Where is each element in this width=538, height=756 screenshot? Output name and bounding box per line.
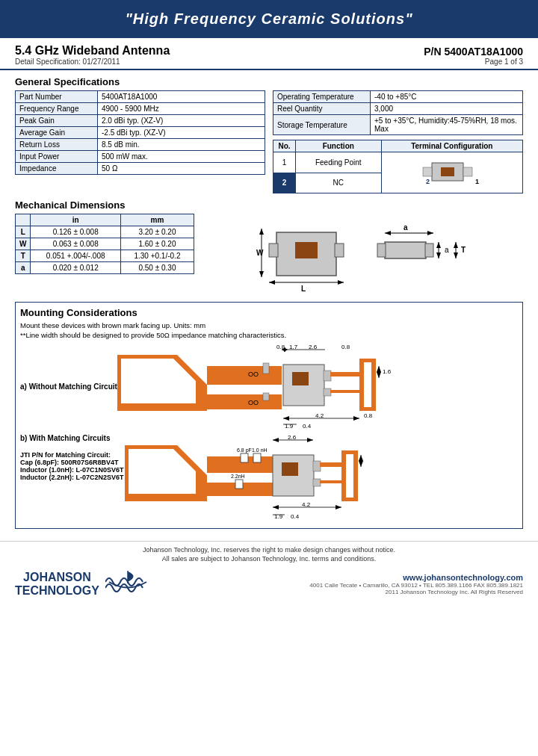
- general-specs-section: General Specifications Part Number5400AT…: [15, 76, 523, 193]
- left-specs-table: Part Number5400AT18A1000 Frequency Range…: [15, 90, 265, 175]
- svg-marker-60: [377, 372, 381, 378]
- svg-rect-76: [253, 453, 261, 462]
- svg-rect-36: [207, 394, 282, 409]
- viking-logo-svg: [105, 567, 150, 597]
- diagram-a-svg: OO OO: [117, 344, 416, 430]
- main-content: General Specifications Part Number5400AT…: [0, 70, 538, 541]
- matching-part-2: Inductor (1.0nH): L-07C1N0SV6T: [20, 466, 125, 474]
- footer-logo-area: JOHANSON TECHNOLOGY: [15, 564, 523, 604]
- diagram-b-left: b) With Matching Circuits JTI P/N for Ma…: [20, 434, 125, 481]
- general-specs-header: General Specifications: [15, 76, 523, 87]
- mech-dims-header: Mechanical Dimensions: [15, 199, 523, 211]
- table-row: Operating Temperature-40 to +85°C: [273, 91, 523, 103]
- svg-text:0.4: 0.4: [303, 423, 312, 430]
- svg-text:2.6: 2.6: [309, 344, 318, 350]
- svg-rect-37: [263, 363, 269, 374]
- svg-rect-13: [335, 244, 344, 257]
- table-row: Input Power500 mW max.: [16, 151, 265, 163]
- svg-marker-15: [269, 280, 275, 285]
- svg-text:1: 1: [475, 178, 479, 185]
- logo-waves-icon: [105, 567, 150, 601]
- svg-marker-16: [338, 280, 344, 285]
- table-row: Part Number5400AT18A1000: [16, 91, 265, 103]
- svg-text:a: a: [404, 223, 408, 232]
- svg-marker-98: [336, 505, 341, 509]
- svg-marker-7: [259, 229, 264, 235]
- detail-spec: Detail Specification: 01/27/2011: [15, 58, 170, 66]
- diagram-b-row: b) With Matching Circuits JTI P/N for Ma…: [20, 434, 518, 524]
- svg-text:W: W: [256, 249, 264, 257]
- page-info: Page 1 of 3: [424, 58, 523, 66]
- footer-line1: Johanson Technology, Inc. reserves the r…: [15, 546, 523, 554]
- mechanical-dims-section: Mechanical Dimensions in mm L0.126 ± 0.: [15, 199, 523, 296]
- title-section: 5.4 GHz Wideband Antenna Detail Specific…: [0, 38, 538, 70]
- svg-text:0.8: 0.8: [276, 344, 285, 350]
- svg-rect-11: [295, 242, 318, 258]
- svg-text:T: T: [461, 246, 466, 254]
- svg-text:4.2: 4.2: [315, 412, 324, 419]
- svg-text:1.7: 1.7: [289, 344, 298, 350]
- svg-marker-22: [436, 242, 441, 248]
- dimensions-table: in mm L0.126 ± 0.0083.20 ± 0.20 W0.063 ±…: [15, 214, 194, 274]
- svg-text:2: 2: [426, 178, 430, 185]
- logo-text-block: JOHANSON TECHNOLOGY: [15, 571, 99, 597]
- svg-rect-2: [423, 167, 432, 176]
- svg-marker-32: [427, 231, 433, 235]
- matching-part-1: Cap (6.8pF): 500R07S6R8BV4T: [20, 459, 125, 466]
- svg-text:OO: OO: [248, 371, 259, 378]
- svg-text:L: L: [301, 285, 306, 293]
- mounting-section: Mounting Considerations Mount these devi…: [15, 302, 523, 529]
- svg-marker-89: [273, 438, 279, 442]
- right-specs-table: Operating Temperature-40 to +85°C Reel Q…: [273, 90, 523, 135]
- svg-rect-83: [313, 479, 321, 486]
- terminal-diagram-svg: 2 1: [418, 155, 486, 188]
- svg-marker-63: [283, 416, 289, 421]
- svg-marker-23: [436, 252, 441, 258]
- svg-text:4.2: 4.2: [302, 501, 311, 508]
- product-title: 5.4 GHz Wideband Antenna: [15, 44, 170, 58]
- svg-text:6.8 pF: 6.8 pF: [237, 447, 252, 453]
- mounting-note1: Mount these devices with brown mark faci…: [20, 321, 518, 329]
- svg-rect-44: [324, 388, 331, 396]
- terminal-table: No. Function Terminal Configuration 1 Fe…: [273, 140, 523, 193]
- svg-text:a: a: [445, 246, 449, 254]
- table-row: Reel Quantity3,000: [273, 103, 523, 115]
- header-banner: "High Frequency Ceramic Solutions": [0, 0, 538, 38]
- mech-diagram: W L: [202, 214, 523, 296]
- mounting-note2: **Line width should be designed to provi…: [20, 331, 518, 339]
- svg-text:OO: OO: [248, 399, 259, 406]
- svg-text:1.6: 1.6: [383, 368, 392, 375]
- table-row: L0.126 ± 0.0083.20 ± 0.20: [16, 226, 194, 238]
- table-row: Average Gain-2.5 dBi typ. (XZ-V): [16, 127, 265, 139]
- svg-rect-45: [330, 372, 360, 377]
- diagram-b-label: b) With Matching Circuits: [20, 434, 125, 442]
- svg-rect-18: [385, 242, 426, 258]
- table-header-row: No. Function Terminal Configuration: [273, 140, 523, 152]
- svg-rect-78: [235, 480, 243, 489]
- diagram-b-svg: 6.8 pF 1.0 nH 2.2nH: [125, 434, 364, 524]
- svg-text:1.6: 1.6: [363, 457, 364, 464]
- svg-marker-97: [273, 505, 279, 509]
- svg-rect-87: [346, 454, 353, 498]
- svg-rect-43: [324, 371, 331, 381]
- svg-marker-8: [259, 271, 264, 277]
- svg-marker-59: [377, 366, 381, 372]
- svg-rect-84: [320, 462, 342, 467]
- specs-left: Part Number5400AT18A1000 Frequency Range…: [15, 90, 265, 193]
- svg-marker-27: [454, 252, 458, 258]
- svg-text:1.9: 1.9: [274, 513, 283, 520]
- mounting-header: Mounting Considerations: [20, 307, 518, 318]
- footer-line2: All sales are subject to Johanson Techno…: [15, 555, 523, 563]
- diagram-a-label: a) Without Matching Circuit: [20, 382, 117, 391]
- matching-parts-title: JTI P/N for Matching Circuit:: [20, 451, 125, 459]
- svg-rect-3: [463, 167, 472, 176]
- part-number: P/N 5400AT18A1000: [424, 46, 523, 58]
- website: www.johansontechnology.com: [309, 573, 523, 582]
- table-row: Storage Temperature+5 to +35°C, Humidity…: [273, 115, 523, 135]
- table-row: T0.051 +.004/-.0081.30 +0.1/-0.2: [16, 250, 194, 262]
- svg-rect-12: [269, 244, 278, 257]
- footer: Johanson Technology, Inc. reserves the r…: [0, 541, 538, 608]
- logo-section: JOHANSON TECHNOLOGY: [15, 567, 150, 601]
- table-row: 1 Feeding Point: [273, 152, 523, 173]
- table-row: Impedance50 Ω: [16, 163, 265, 175]
